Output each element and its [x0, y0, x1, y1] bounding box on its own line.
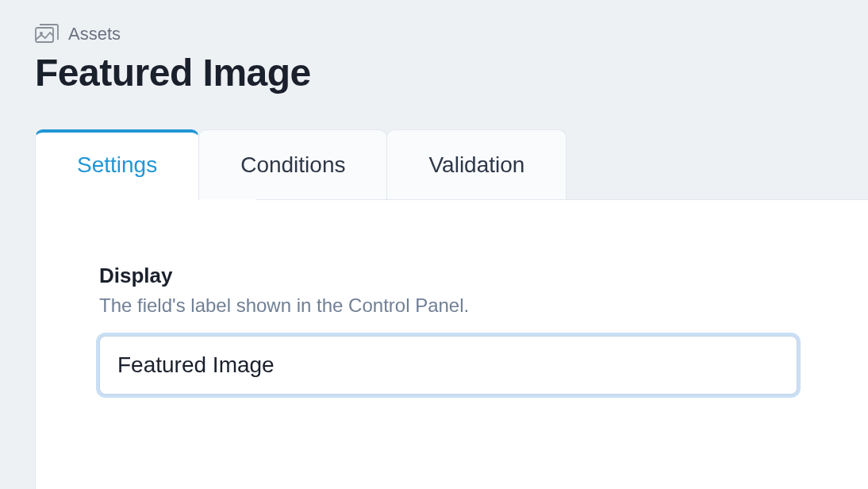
- tab-settings[interactable]: Settings: [35, 129, 199, 200]
- display-field-help: The field's label shown in the Control P…: [99, 295, 797, 317]
- tab-conditions[interactable]: Conditions: [198, 129, 387, 200]
- page-header: Assets Featured Image: [0, 0, 868, 94]
- breadcrumb-label[interactable]: Assets: [68, 24, 121, 44]
- settings-panel: Display The field's label shown in the C…: [35, 199, 868, 489]
- svg-rect-0: [36, 28, 53, 42]
- assets-icon: [35, 24, 59, 44]
- tabs: Settings Conditions Validation: [35, 129, 868, 200]
- display-field-group: Display The field's label shown in the C…: [99, 264, 797, 395]
- breadcrumb: Assets: [35, 24, 868, 44]
- page-title: Featured Image: [35, 51, 868, 94]
- display-input[interactable]: [99, 336, 797, 395]
- display-field-label: Display: [99, 264, 797, 288]
- tab-validation[interactable]: Validation: [386, 129, 567, 200]
